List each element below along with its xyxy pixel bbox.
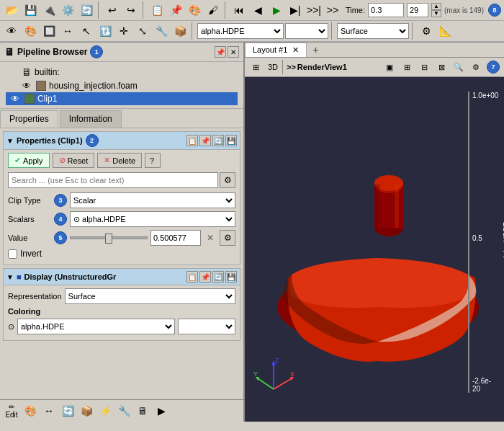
copy-button[interactable]: 📋 <box>148 1 166 19</box>
value-input[interactable] <box>150 230 201 246</box>
value-clear-button[interactable]: ✕ <box>204 231 217 244</box>
vp-layout1-button[interactable]: ▣ <box>382 59 397 75</box>
close-panel-button[interactable]: ✕ <box>228 46 239 58</box>
first-frame-button[interactable]: ⏮ <box>230 1 248 19</box>
coloring-mode-icon: ⊙ <box>8 322 14 332</box>
vp-layout2-button[interactable]: ⊞ <box>399 59 415 75</box>
select-button[interactable]: ↖ <box>78 22 95 40</box>
toolbar-extra-button2[interactable]: 📐 <box>436 22 454 40</box>
value-gear-button[interactable]: ⚙ <box>220 230 235 246</box>
copy-props-button[interactable]: 📋 <box>186 135 198 146</box>
disconnect-button[interactable]: ⚙️ <box>59 1 76 19</box>
loop-button[interactable]: >> <box>324 1 341 19</box>
representation-select[interactable]: Surface <box>65 288 235 304</box>
badge-2: 2 <box>86 134 99 147</box>
pin-button[interactable]: 📌 <box>215 46 226 58</box>
badge-1: 1 <box>90 45 103 58</box>
value-slider-thumb[interactable] <box>105 234 112 244</box>
next-frame-button[interactable]: ▶| <box>287 1 304 19</box>
paste-props-button[interactable]: 📌 <box>199 135 211 146</box>
frame-down-button[interactable]: ▼ <box>431 10 441 17</box>
bt-btn8[interactable]: 🖥 <box>134 402 151 419</box>
reset-display-button[interactable]: 🔄 <box>212 271 224 283</box>
help-button[interactable]: ? <box>145 153 161 168</box>
connect-button[interactable]: 🔌 <box>40 1 58 19</box>
prev-frame-button[interactable]: ◀ <box>249 1 266 19</box>
search-input[interactable] <box>8 172 218 188</box>
vp-layout3-button[interactable]: ⊟ <box>416 59 432 75</box>
eye-toggle-button[interactable]: 👁 <box>3 22 20 40</box>
display-section-header: ▼ ■ Display (UnstructuredGr 📋 📌 🔄 💾 <box>4 269 240 285</box>
save-props-button[interactable]: 💾 <box>225 135 237 146</box>
bt-btn6[interactable]: ⚡ <box>96 402 114 419</box>
vp-layout4-button[interactable]: ⊠ <box>433 59 449 75</box>
scale-button[interactable]: ⤡ <box>134 22 151 40</box>
tree-item-housing[interactable]: 👁 housing_injection.foam <box>6 79 238 92</box>
left-panel: 🖥 Pipeline Browser 1 📌 ✕ 🖥 builtin: 👁 ho… <box>0 43 245 422</box>
frame-up-button[interactable]: ▲ <box>431 3 441 10</box>
copy-display-button[interactable]: 📋 <box>186 271 198 283</box>
viewport-toolbar: ⊞ 3D >> RenderView1 ▣ ⊞ ⊟ ⊠ 🔍 ⚙ 7 <box>245 58 504 77</box>
bt-edit-button[interactable]: ✏ Edit <box>3 402 20 419</box>
last-frame-button[interactable]: >>| <box>305 1 323 19</box>
viewport-tab-layout1[interactable]: Layout #1 ✕ <box>245 43 307 57</box>
rotate-button[interactable]: 🔃 <box>96 22 114 40</box>
colorbar-mid-label: 0.5 <box>472 234 498 242</box>
scalars-select[interactable]: ⊙ alpha.HDPE <box>70 211 235 227</box>
pipeline-browser-header: 🖥 Pipeline Browser 1 📌 ✕ <box>0 43 243 62</box>
close-tab-icon[interactable]: ✕ <box>292 45 299 54</box>
eye-icon-clip1: 👁 <box>9 94 22 104</box>
alpha-hdpe-dropdown[interactable]: alpha.HDPE <box>197 23 284 39</box>
filter-button[interactable]: 🔧 <box>153 22 170 40</box>
svg-text:Y: Y <box>253 370 258 378</box>
search-gear-button[interactable]: ⚙ <box>220 172 235 188</box>
invert-checkbox[interactable] <box>8 249 17 259</box>
vp-settings-button[interactable]: ⚙ <box>468 59 484 75</box>
clip-type-select[interactable]: Scalar <box>70 192 235 208</box>
vp-zoom-button[interactable]: 🔍 <box>451 59 467 75</box>
reset-button[interactable]: ⊘ Reset <box>53 153 95 168</box>
tree-item-builtin[interactable]: 🖥 builtin: <box>6 65 238 79</box>
orient-button[interactable]: 🔲 <box>40 22 58 40</box>
coloring-select[interactable]: alpha.HDPE <box>17 319 175 334</box>
coloring-mode-select[interactable] <box>178 319 235 334</box>
palette-button[interactable]: 🖌 <box>204 1 222 19</box>
source-button[interactable]: 📦 <box>171 22 189 40</box>
badge-7: 7 <box>487 61 500 74</box>
save-button[interactable]: 💾 <box>22 1 39 19</box>
surface-dropdown[interactable]: Surface <box>337 23 409 39</box>
settings-button[interactable]: 🎨 <box>186 1 203 19</box>
tab-properties[interactable]: Properties <box>0 110 58 128</box>
bt-btn2[interactable]: 🎨 <box>22 402 39 419</box>
toolbar-extra-button[interactable]: ⚙ <box>418 22 435 40</box>
reset-props-button[interactable]: 🔄 <box>212 135 224 146</box>
undo-button[interactable]: ↩ <box>104 1 121 19</box>
save-display-button[interactable]: 💾 <box>225 271 237 283</box>
play-button[interactable]: ▶ <box>268 1 285 19</box>
bt-btn5[interactable]: 📦 <box>78 402 95 419</box>
tree-item-clip1[interactable]: 👁 Clip1 <box>6 92 238 105</box>
vp-reset-button[interactable]: ⊞ <box>248 59 264 75</box>
apply-button[interactable]: ✔ Apply <box>8 153 50 168</box>
bt-btn9[interactable]: ▶ <box>153 402 170 419</box>
bt-btn3[interactable]: ↔ <box>40 402 58 419</box>
frame-input[interactable] <box>407 3 428 17</box>
translate-button[interactable]: ✛ <box>115 22 132 40</box>
add-tab-button[interactable]: + <box>307 43 324 57</box>
bt-btn7[interactable]: 🔧 <box>115 402 132 419</box>
vp-3d-button[interactable]: 3D <box>265 59 281 75</box>
bt-btn4[interactable]: 🔄 <box>59 402 76 419</box>
empty-dropdown[interactable] <box>285 23 328 39</box>
redo-button[interactable]: ↪ <box>122 1 140 19</box>
tab-information[interactable]: Information <box>60 110 122 128</box>
transform-button[interactable]: ↔ <box>59 22 76 40</box>
paste-display-button[interactable]: 📌 <box>199 271 211 283</box>
color-button[interactable]: 🎨 <box>22 22 39 40</box>
open-button[interactable]: 📂 <box>3 1 20 19</box>
viewport-3d[interactable]: 1.0e+00 0.5 -2.6e-20 alpha.HDPE Z <box>245 77 504 422</box>
time-input[interactable] <box>368 3 404 17</box>
delete-button[interactable]: ✕ Delete <box>97 153 142 168</box>
value-slider-track[interactable] <box>70 236 148 239</box>
refresh-button[interactable]: 🔄 <box>78 1 95 19</box>
paste-button[interactable]: 📌 <box>167 1 184 19</box>
